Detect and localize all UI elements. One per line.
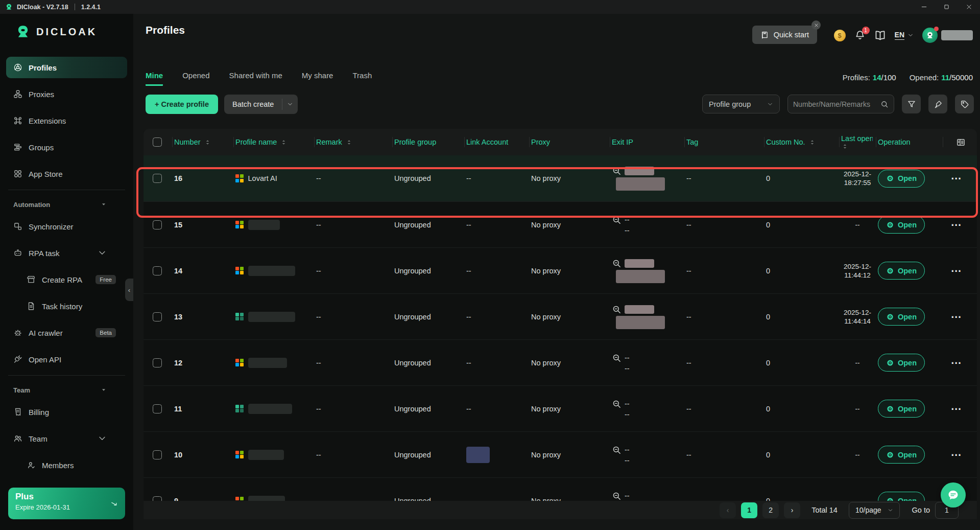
row-menu-button[interactable]: ⋯ (945, 222, 963, 227)
sort-icon[interactable] (841, 143, 849, 150)
page-button-2[interactable]: 2 (762, 502, 779, 518)
tab-opened[interactable]: Opened (182, 71, 209, 86)
column-header-profile[interactable]: Profile name (233, 129, 314, 155)
redacted-profile-name (248, 220, 280, 230)
ip-lookup-icon[interactable] (612, 166, 622, 176)
docs-book-icon[interactable] (874, 30, 886, 41)
sort-icon[interactable] (280, 139, 288, 146)
notification-badge: 1 (862, 27, 870, 34)
sidebar-item-profiles[interactable]: Profiles (6, 57, 127, 78)
ip-lookup-icon[interactable] (612, 305, 622, 314)
quick-start-close-icon[interactable] (811, 20, 821, 30)
row-menu-button[interactable]: ⋯ (945, 268, 963, 273)
total-count: Total 14 (811, 506, 838, 514)
search-icon[interactable] (880, 100, 889, 108)
open-profile-button[interactable]: Open (878, 262, 925, 280)
quick-start-button[interactable]: Quick start (752, 26, 817, 44)
sidebar-section-team[interactable]: Team (6, 383, 127, 397)
cell-remark: -- (314, 267, 392, 275)
ip-lookup-icon[interactable] (612, 259, 622, 268)
create-profile-button[interactable]: + Create profile (146, 95, 218, 114)
select-all-checkbox[interactable] (153, 137, 162, 147)
row-checkbox[interactable] (153, 174, 162, 183)
sort-icon[interactable] (808, 139, 816, 146)
sidebar-item-open-api[interactable]: Open API (6, 349, 127, 370)
row-checkbox[interactable] (153, 450, 162, 459)
column-header-lastopen[interactable]: Last open (839, 129, 876, 155)
sidebar-item-proxies[interactable]: Proxies (6, 83, 127, 105)
prev-page-button[interactable]: ‹ (720, 502, 736, 518)
cell-profile-name (233, 266, 314, 276)
coin-icon[interactable]: $ (834, 30, 846, 41)
column-settings-icon[interactable] (956, 137, 966, 147)
row-menu-button[interactable]: ⋯ (945, 176, 963, 181)
cell-operation: Open (876, 170, 943, 188)
clear-button[interactable] (928, 95, 947, 113)
sidebar-item-extensions[interactable]: Extensions (6, 110, 127, 131)
tab-shared-with-me[interactable]: Shared with me (229, 71, 282, 86)
ip-lookup-icon[interactable] (612, 353, 622, 363)
sidebar-item-members[interactable]: Members (6, 454, 127, 476)
page-button-1[interactable]: 1 (741, 502, 757, 518)
close-button[interactable] (958, 0, 980, 14)
sidebar-item-synchronizer[interactable]: Synchronizer (6, 216, 127, 237)
sidebar-item-groups[interactable]: Groups (6, 136, 127, 158)
cell-last-open: -- (839, 451, 876, 458)
sidebar-item-rpa-task[interactable]: RPA task (6, 242, 127, 264)
maximize-button[interactable] (935, 0, 958, 14)
tab-my-share[interactable]: My share (302, 71, 333, 86)
row-checkbox[interactable] (153, 312, 162, 321)
column-header-custom[interactable]: Custom No. (764, 129, 839, 155)
sidebar-section-automation[interactable]: Automation (6, 197, 127, 212)
ip-lookup-icon[interactable] (612, 445, 622, 455)
row-menu-button[interactable]: ⋯ (945, 360, 963, 365)
sidebar-item-ai-crawler[interactable]: AI crawlerBeta (6, 322, 127, 343)
row-checkbox[interactable] (153, 358, 162, 367)
sort-icon[interactable] (345, 139, 353, 146)
open-profile-button[interactable]: Open (878, 308, 925, 326)
sidebar-item-team[interactable]: Team (6, 428, 127, 449)
ip-lookup-icon[interactable] (612, 215, 622, 225)
tag-button[interactable] (955, 95, 974, 113)
search-input[interactable] (793, 100, 880, 108)
open-profile-button[interactable]: Open (878, 170, 925, 188)
row-menu-button[interactable]: ⋯ (945, 452, 963, 457)
sort-icon[interactable] (204, 139, 211, 146)
cell-proxy: No proxy (529, 359, 610, 367)
batch-create-button[interactable]: Batch create (224, 95, 298, 114)
sidebar-item-task-history[interactable]: Task history (6, 295, 127, 317)
account-menu[interactable] (922, 28, 973, 43)
sidebar-item-create-rpa[interactable]: Create RPAFree (6, 269, 127, 290)
filter-button[interactable] (902, 95, 921, 113)
open-profile-button[interactable]: Open (878, 400, 925, 418)
open-profile-button[interactable]: Open (878, 216, 925, 234)
open-profile-button[interactable]: Open (878, 354, 925, 372)
next-page-button[interactable]: › (784, 502, 800, 518)
batch-create-dropdown[interactable] (282, 101, 298, 107)
language-selector[interactable]: EN (895, 31, 914, 40)
column-header-number[interactable]: Number (172, 129, 233, 155)
open-profile-button[interactable]: Open (878, 446, 925, 464)
support-chat-bubble[interactable] (941, 482, 966, 508)
ip-lookup-icon[interactable] (612, 399, 622, 409)
row-menu-button[interactable]: ⋯ (945, 314, 963, 319)
row-checkbox[interactable] (153, 220, 162, 229)
plus-plan-card[interactable]: Plus Expire 2026-01-31 (8, 488, 125, 519)
tab-trash[interactable]: Trash (352, 71, 372, 86)
column-header-remark[interactable]: Remark (314, 129, 392, 155)
avatar (922, 28, 938, 43)
per-page-select[interactable]: 10/page (849, 502, 900, 519)
tab-mine[interactable]: Mine (146, 71, 163, 86)
ip-lookup-icon[interactable] (612, 491, 622, 501)
row-checkbox[interactable] (153, 266, 162, 275)
cell-custom: 0 (764, 174, 839, 182)
sidebar-item-app-store[interactable]: App Store (6, 163, 127, 185)
profile-group-select[interactable]: Profile group (702, 95, 780, 113)
notifications-bell-icon[interactable]: 1 (854, 30, 866, 41)
row-checkbox[interactable] (153, 404, 162, 413)
sidebar-item-billing[interactable]: Billing (6, 401, 127, 423)
sidebar-collapse-handle[interactable]: ‹ (125, 279, 133, 301)
minimize-button[interactable] (913, 0, 935, 14)
row-menu-button[interactable]: ⋯ (945, 406, 963, 411)
cell-custom: 0 (764, 313, 839, 321)
